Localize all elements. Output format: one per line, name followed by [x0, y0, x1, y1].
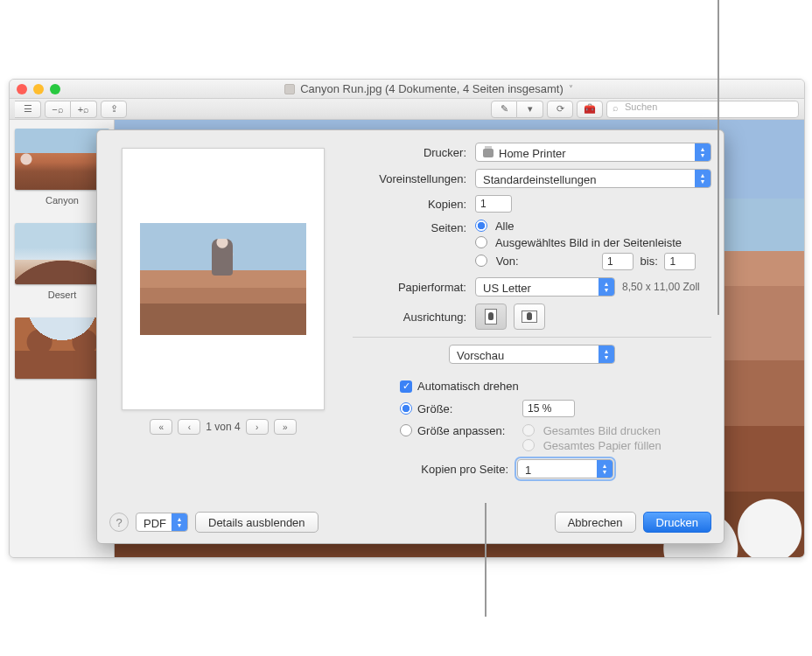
landscape-icon	[522, 311, 537, 323]
pdf-label: PDF	[144, 517, 166, 530]
divider	[353, 337, 711, 338]
markup-toggle-button[interactable]: ✎	[491, 101, 517, 118]
zoom-out-button[interactable]: −⌕	[45, 101, 71, 118]
autorotate-checkbox[interactable]	[400, 380, 412, 393]
copies-per-page-value: 1	[525, 464, 531, 477]
fit-image-radio	[522, 424, 535, 436]
thumbnail-item[interactable]: Desert	[15, 223, 109, 300]
papersize-dimensions: 8,50 x 11,00 Zoll	[622, 281, 700, 293]
copies-label: Kopien:	[353, 198, 466, 211]
copies-field[interactable]: 1	[475, 195, 512, 213]
pages-to-value: 1	[669, 255, 676, 268]
last-page-button[interactable]: »	[274, 419, 297, 435]
rotate-button[interactable]: ⟳	[547, 101, 573, 118]
printer-icon	[483, 149, 494, 157]
pages-to-label: bis:	[640, 255, 658, 268]
copies-per-page-select[interactable]: 1	[517, 459, 613, 478]
toolbar: ☰ −⌕ +⌕ ⇪ ✎ ▾ ⟳ 🧰 Suchen	[10, 99, 804, 120]
window-title: Canyon Run.jpg (4 Dokumente, 4 Seiten in…	[300, 82, 564, 95]
pdf-menu[interactable]: PDF	[136, 513, 188, 532]
thumbnail-item[interactable]: Canyon	[15, 129, 109, 206]
printer-value: Home Printer	[499, 147, 566, 160]
printer-select[interactable]: Home Printer	[475, 143, 711, 162]
prev-page-button[interactable]: ‹	[178, 419, 200, 435]
zoom-in-button[interactable]: +⌕	[71, 101, 97, 118]
thumbnail-image	[15, 129, 109, 190]
papersize-value: US Letter	[483, 282, 531, 295]
section-value: Vorschau	[457, 349, 504, 362]
pages-range-radio[interactable]	[475, 255, 487, 267]
print-label: Drucken	[656, 516, 698, 529]
zoom-window-button[interactable]	[50, 84, 60, 94]
window-controls	[17, 84, 60, 94]
size-percent-value: 15 %	[528, 402, 551, 415]
document-icon	[284, 84, 295, 94]
page-indicator: 1 von 4	[206, 421, 240, 433]
thumbnail-image	[15, 318, 109, 379]
copies-value: 1	[480, 198, 486, 210]
copies-per-page-label: Kopien pro Seite:	[379, 463, 508, 476]
titlebar: Canyon Run.jpg (4 Dokumente, 4 Seiten in…	[10, 80, 804, 99]
cancel-button[interactable]: Abbrechen	[555, 512, 636, 533]
pages-label: Seiten:	[353, 221, 466, 234]
portrait-icon	[485, 309, 497, 325]
size-label: Größe:	[417, 402, 522, 415]
print-options-section-select[interactable]: Vorschau	[449, 345, 615, 364]
thumbnail-image	[15, 223, 109, 284]
thumbnail-label: Canyon	[46, 195, 79, 206]
fit-paper-radio	[522, 439, 535, 451]
help-button[interactable]: ?	[109, 513, 129, 532]
fit-radio[interactable]	[400, 424, 412, 436]
next-page-button[interactable]: ›	[246, 419, 269, 435]
pages-selected-label: Ausgewähltes Bild in der Seitenleiste	[495, 236, 682, 249]
fit-label: Größe anpassen:	[417, 424, 522, 437]
orientation-portrait-button[interactable]	[475, 304, 507, 330]
fit-image-label: Gesamtes Bild drucken	[543, 424, 661, 437]
papersize-select[interactable]: US Letter	[475, 277, 615, 297]
stepper-arrows-icon	[695, 143, 710, 161]
stepper-arrows-icon	[172, 513, 187, 531]
sidebar-toggle-button[interactable]: ☰	[15, 101, 41, 118]
autorotate-label: Automatisch drehen	[417, 380, 519, 393]
size-radio[interactable]	[400, 402, 412, 415]
stepper-arrows-icon	[597, 460, 612, 478]
pages-from-field[interactable]: 1	[602, 253, 634, 270]
pages-from-label: Von:	[496, 255, 519, 268]
pages-all-radio[interactable]	[475, 220, 487, 232]
toolbox-button[interactable]: 🧰	[577, 101, 603, 118]
presets-select[interactable]: Standardeinstellungen	[475, 169, 711, 188]
search-placeholder: Suchen	[625, 101, 657, 112]
hide-details-button[interactable]: Details ausblenden	[195, 512, 318, 533]
thumbnail-item[interactable]	[15, 318, 109, 379]
callout-line	[485, 503, 486, 617]
printer-label: Drucker:	[353, 146, 466, 159]
share-button[interactable]: ⇪	[101, 101, 127, 118]
stepper-arrows-icon	[695, 170, 710, 187]
thumbnail-label: Desert	[48, 290, 76, 300]
print-dialog: « ‹ 1 von 4 › » Drucker: Home Printer Vo…	[96, 129, 724, 544]
close-window-button[interactable]	[17, 84, 27, 94]
orientation-label: Ausrichtung:	[353, 311, 466, 324]
hide-details-label: Details ausblenden	[208, 516, 305, 529]
markup-dropdown-button[interactable]: ▾	[517, 101, 543, 118]
presets-value: Standardeinstellungen	[483, 173, 596, 186]
callout-line	[718, 0, 719, 315]
cancel-label: Abbrechen	[568, 516, 623, 529]
presets-label: Voreinstellungen:	[353, 172, 466, 185]
first-page-button[interactable]: «	[150, 419, 172, 435]
title-dropdown-icon[interactable]: ˅	[569, 84, 573, 94]
orientation-landscape-button[interactable]	[514, 304, 545, 330]
pages-from-value: 1	[607, 255, 613, 268]
minimize-window-button[interactable]	[33, 84, 44, 94]
papersize-label: Papierformat:	[353, 281, 466, 294]
search-field[interactable]: Suchen	[606, 101, 799, 118]
pages-selected-radio[interactable]	[475, 236, 487, 248]
size-percent-field[interactable]: 15 %	[522, 400, 575, 417]
stepper-arrows-icon	[598, 278, 614, 296]
fit-paper-label: Gesamtes Papier füllen	[543, 439, 662, 452]
pages-all-label: Alle	[495, 220, 514, 233]
print-button[interactable]: Drucken	[643, 512, 711, 533]
pages-to-field[interactable]: 1	[664, 253, 696, 270]
print-preview-page	[122, 148, 325, 410]
print-preview-image	[140, 223, 306, 335]
